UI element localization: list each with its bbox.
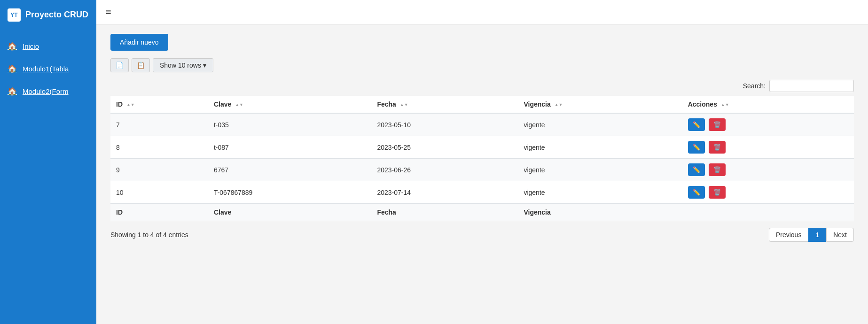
search-label: Search:: [743, 82, 766, 90]
cell-vigencia: vigente: [518, 113, 682, 136]
footer-fecha: Fecha: [371, 204, 518, 221]
add-new-button[interactable]: Añadir nuevo: [110, 34, 168, 51]
logo-box: YT: [8, 8, 21, 22]
table-row: 10 T-067867889 2023-07-14 vigente ✏️ 🗑️: [110, 181, 854, 204]
cell-vigencia: vigente: [518, 181, 682, 204]
col-header-clave[interactable]: Clave ▲▼: [208, 96, 372, 113]
export-csv-button[interactable]: 📄: [110, 58, 129, 72]
col-acciones-label: Acciones: [688, 100, 717, 108]
dropdown-arrow-icon: ▾: [203, 62, 206, 69]
search-input[interactable]: [769, 80, 854, 92]
data-table: ID ▲▼ Clave ▲▼ Fecha ▲▼ Vigencia ▲▼: [110, 96, 854, 221]
show-rows-label: Show 10 rows: [160, 62, 201, 69]
footer-vigencia: Vigencia: [518, 204, 682, 221]
home-icon: 🏠: [8, 41, 17, 51]
show-rows-dropdown[interactable]: Show 10 rows ▾: [153, 58, 213, 72]
sidebar-title: Proyecto CRUD: [25, 10, 88, 20]
cell-fecha: 2023-05-25: [371, 136, 518, 159]
sort-acciones-icon: ▲▼: [721, 103, 729, 107]
cell-fecha: 2023-07-14: [371, 181, 518, 204]
col-id-label: ID: [116, 100, 123, 108]
table-row: 7 t-035 2023-05-10 vigente ✏️ 🗑️: [110, 113, 854, 136]
page-1-button[interactable]: 1: [808, 228, 826, 242]
table-row: 9 6767 2023-06-26 vigente ✏️ 🗑️: [110, 159, 854, 181]
sidebar-item-inicio-label: Inicio: [23, 42, 39, 50]
table-footer-row: ID Clave Fecha Vigencia: [110, 204, 854, 221]
cell-clave: t-035: [208, 113, 372, 136]
col-fecha-label: Fecha: [377, 100, 396, 108]
content-area: Añadir nuevo 📄 📋 Show 10 rows ▾ Search:: [96, 24, 868, 324]
table-header: ID ▲▼ Clave ▲▼ Fecha ▲▼ Vigencia ▲▼: [110, 96, 854, 113]
sort-clave-icon: ▲▼: [235, 103, 243, 107]
sidebar-item-modulo1[interactable]: 🏠 Modulo1(Tabla: [0, 57, 96, 80]
excel-icon: 📋: [137, 62, 145, 69]
showing-text: Showing 1 to 4 of 4 entries: [110, 231, 188, 239]
cell-acciones: ✏️ 🗑️: [682, 136, 854, 159]
edit-button[interactable]: ✏️: [688, 118, 705, 131]
sidebar-item-modulo2[interactable]: 🏠 Modulo2(Form: [0, 80, 96, 102]
export-excel-button[interactable]: 📋: [132, 58, 150, 72]
cell-clave: 6767: [208, 159, 372, 181]
edit-button[interactable]: ✏️: [688, 141, 705, 154]
cell-fecha: 2023-05-10: [371, 113, 518, 136]
col-header-id[interactable]: ID ▲▼: [110, 96, 208, 113]
cell-clave: T-067867889: [208, 181, 372, 204]
logo-text: YT: [10, 12, 17, 18]
col-header-fecha[interactable]: Fecha ▲▼: [371, 96, 518, 113]
footer-acciones: [682, 204, 854, 221]
col-clave-label: Clave: [214, 100, 231, 108]
sort-id-icon: ▲▼: [126, 103, 135, 107]
sidebar-item-modulo1-label: Modulo1(Tabla: [23, 65, 69, 73]
sidebar-item-inicio[interactable]: 🏠 Inicio: [0, 35, 96, 57]
footer-clave: Clave: [208, 204, 372, 221]
table-row: 8 t-087 2023-05-25 vigente ✏️ 🗑️: [110, 136, 854, 159]
hamburger-icon[interactable]: ≡: [106, 7, 111, 17]
search-row: Search:: [110, 80, 854, 92]
cell-acciones: ✏️ 🗑️: [682, 181, 854, 204]
table-header-row: ID ▲▼ Clave ▲▼ Fecha ▲▼ Vigencia ▲▼: [110, 96, 854, 113]
cell-id: 8: [110, 136, 208, 159]
sidebar-item-modulo2-label: Modulo2(Form: [23, 87, 69, 95]
footer-id: ID: [110, 204, 208, 221]
home-icon-modulo1: 🏠: [8, 64, 17, 73]
cell-clave: t-087: [208, 136, 372, 159]
toolbar-row: 📄 📋 Show 10 rows ▾: [110, 58, 854, 72]
col-vigencia-label: Vigencia: [524, 100, 550, 108]
main-content: ≡ Añadir nuevo 📄 📋 Show 10 rows ▾ Search…: [96, 0, 868, 324]
sort-fecha-icon: ▲▼: [400, 103, 408, 107]
topbar: ≡: [96, 0, 868, 24]
sidebar-header: YT Proyecto CRUD: [0, 0, 96, 30]
delete-button[interactable]: 🗑️: [709, 163, 726, 176]
cell-acciones: ✏️ 🗑️: [682, 113, 854, 136]
delete-button[interactable]: 🗑️: [709, 186, 726, 199]
previous-button[interactable]: Previous: [769, 228, 808, 242]
delete-button[interactable]: 🗑️: [709, 141, 726, 154]
table-footer-columns: ID Clave Fecha Vigencia: [110, 204, 854, 221]
sort-vigencia-icon: ▲▼: [555, 103, 563, 107]
sidebar: YT Proyecto CRUD 🏠 Inicio 🏠 Modulo1(Tabl…: [0, 0, 96, 324]
delete-button[interactable]: 🗑️: [709, 118, 726, 131]
table-body: 7 t-035 2023-05-10 vigente ✏️ 🗑️ 8 t-087…: [110, 113, 854, 204]
edit-button[interactable]: ✏️: [688, 186, 705, 199]
edit-button[interactable]: ✏️: [688, 163, 705, 176]
cell-id: 9: [110, 159, 208, 181]
cell-acciones: ✏️ 🗑️: [682, 159, 854, 181]
cell-id: 7: [110, 113, 208, 136]
cell-id: 10: [110, 181, 208, 204]
next-button[interactable]: Next: [826, 228, 854, 242]
csv-icon: 📄: [116, 62, 124, 69]
table-footer: Showing 1 to 4 of 4 entries Previous 1 N…: [110, 228, 854, 242]
pagination: Previous 1 Next: [769, 228, 854, 242]
home-icon-modulo2: 🏠: [8, 86, 17, 96]
sidebar-nav: 🏠 Inicio 🏠 Modulo1(Tabla 🏠 Modulo2(Form: [0, 35, 96, 102]
col-header-vigencia[interactable]: Vigencia ▲▼: [518, 96, 682, 113]
cell-fecha: 2023-06-26: [371, 159, 518, 181]
cell-vigencia: vigente: [518, 159, 682, 181]
cell-vigencia: vigente: [518, 136, 682, 159]
col-header-acciones: Acciones ▲▼: [682, 96, 854, 113]
